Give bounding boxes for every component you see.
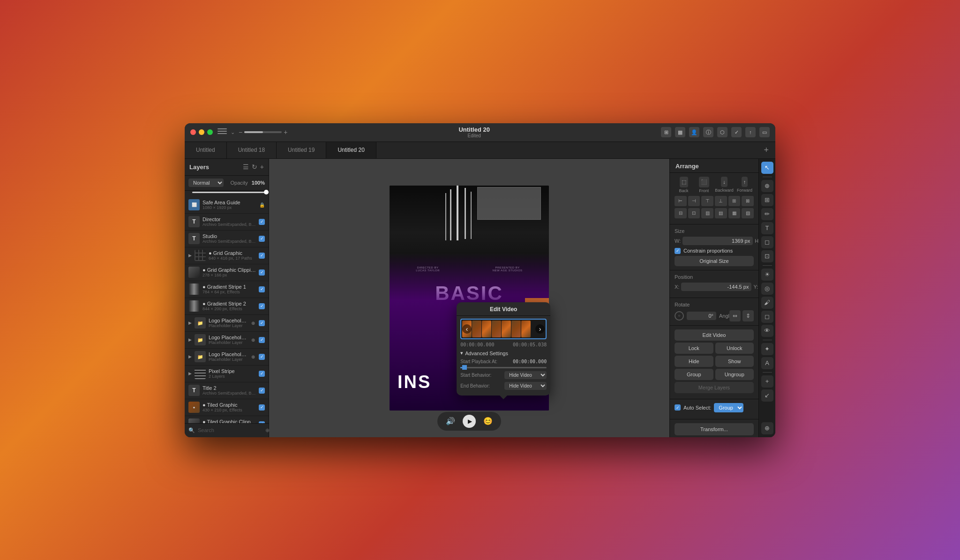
zoom-plus[interactable]: + — [284, 128, 287, 136]
space-v[interactable]: ▤ — [715, 208, 727, 218]
layer-visibility[interactable]: ✓ — [259, 303, 265, 309]
start-behavior-select[interactable]: Hide Video — [504, 371, 547, 379]
checkmark-tool[interactable]: ✓ — [731, 127, 742, 137]
space-h[interactable]: ▥ — [701, 208, 713, 218]
text-tool[interactable]: T — [761, 222, 773, 234]
image-tool[interactable]: ⊡ — [761, 250, 773, 262]
effects-tool[interactable]: ✦ — [761, 343, 773, 355]
align-right[interactable]: ⊤ — [701, 196, 713, 206]
fit-v[interactable]: ▧ — [742, 208, 754, 218]
play-button[interactable]: ▶ — [463, 415, 476, 428]
advanced-title[interactable]: ▾ Advanced Settings — [460, 350, 547, 356]
layer-visibility[interactable]: ✓ — [259, 219, 265, 225]
layer-visibility[interactable]: ✓ — [259, 236, 265, 242]
layer-item[interactable]: ● Grid Graphic Clipping... 278 × 166 px … — [185, 264, 269, 281]
zoom-in-tool[interactable]: + — [761, 375, 773, 388]
layer-item[interactable]: ● Gradient Stripe 1 784 × 64 px, Effects… — [185, 281, 269, 298]
crop-tool[interactable]: ⊞ — [761, 194, 773, 206]
brush-tool[interactable]: 🖌 — [761, 297, 773, 309]
flip-h-button[interactable]: ⇔ — [729, 310, 741, 321]
brightness-tool[interactable]: ☀ — [761, 269, 773, 281]
layer-item[interactable]: T Studio Archivo SemiExpanded, Bold,... … — [185, 231, 269, 247]
search-input[interactable] — [198, 427, 262, 433]
lock-button[interactable]: Lock — [675, 343, 713, 354]
rotate-dial[interactable]: ○ — [675, 311, 684, 321]
more-tool[interactable]: ⊕ — [761, 422, 773, 434]
backward-button[interactable]: ↓ — [721, 177, 728, 187]
volume-icon[interactable]: 🔊 — [446, 417, 455, 426]
hide-button[interactable]: Hide — [675, 356, 713, 367]
tab-untitled19[interactable]: Untitled 19 — [277, 142, 326, 158]
minimize-button[interactable] — [199, 129, 204, 135]
align-center-h[interactable]: ⊣ — [688, 196, 700, 206]
angle-input[interactable] — [687, 312, 716, 320]
distribute-h[interactable]: ⊟ — [675, 208, 687, 218]
info-tool[interactable]: ⓘ — [703, 127, 713, 137]
flip-v-button[interactable]: ⇕ — [742, 310, 754, 321]
group-arrow[interactable]: ▶ — [188, 321, 192, 325]
add-icon[interactable]: ⊕ — [251, 337, 255, 343]
layer-visibility[interactable]: ✓ — [259, 354, 265, 360]
edit-video-button[interactable]: Edit Video — [675, 329, 754, 341]
pen-tool[interactable]: ✏ — [761, 208, 773, 220]
zoom-tool[interactable]: ⊕ — [761, 180, 773, 192]
align-top[interactable]: ⊥ — [715, 196, 727, 206]
layer-visibility[interactable]: ✓ — [259, 404, 265, 411]
emoji-icon[interactable]: 😊 — [483, 417, 493, 426]
add-icon[interactable]: ⊕ — [251, 354, 255, 359]
video-prev[interactable]: ‹ — [462, 324, 472, 334]
layer-visibility[interactable]: ✓ — [259, 337, 265, 343]
group-button[interactable]: Group — [675, 369, 713, 380]
merge-layers-button[interactable]: Merge Layers — [675, 382, 754, 393]
show-button[interactable]: Show — [715, 356, 754, 367]
view-dropdown[interactable]: ⌄ — [231, 129, 235, 135]
panel-tool[interactable]: ▭ — [759, 127, 770, 137]
share-tool[interactable]: ↑ — [745, 127, 756, 137]
layer-visibility[interactable]: ✓ — [259, 253, 265, 259]
forward-button[interactable]: ↑ — [742, 177, 748, 187]
layer-visibility[interactable]: ✓ — [259, 320, 265, 326]
layer-visibility[interactable]: ✓ — [259, 269, 265, 276]
tab-untitled18[interactable]: Untitled 18 — [227, 142, 277, 158]
video-strip[interactable]: ‹ › — [460, 319, 547, 339]
maximize-button[interactable] — [207, 129, 213, 135]
layer-item[interactable]: ▶ 📁 Logo Placeholder 3... Placeholder La… — [185, 349, 269, 366]
layer-item[interactable]: ● Tiled Graphic Clippin... 254 × 194 px … — [185, 416, 269, 423]
group-arrow[interactable]: ▶ — [188, 371, 192, 376]
back-button[interactable]: ⬚ — [680, 177, 688, 187]
layer-item[interactable]: ● Gradient Stripe 2 844 × 200 px, Effect… — [185, 298, 269, 315]
link-tool[interactable]: ⬡ — [717, 127, 728, 137]
video-next[interactable]: › — [535, 324, 545, 334]
layer-item[interactable]: ⬜ Safe Area Guide 1080 × 1920 px 🔒 — [185, 197, 269, 214]
opacity-slider-thumb[interactable] — [264, 190, 269, 194]
color-tool[interactable]: ◎ — [761, 283, 773, 295]
front-button[interactable]: ⬛ — [699, 177, 709, 187]
playback-thumb[interactable] — [462, 365, 467, 370]
layer-visibility[interactable]: ✓ — [259, 371, 265, 377]
align-bottom[interactable]: ⊠ — [742, 196, 754, 206]
text2-tool[interactable]: A — [761, 357, 773, 369]
layers-refresh-icon[interactable]: ↻ — [252, 163, 257, 171]
group-arrow[interactable]: ▶ — [188, 354, 192, 359]
layers-add-icon[interactable]: + — [260, 163, 264, 171]
zoom-out-tool[interactable]: ↙ — [761, 389, 773, 402]
unlock-button[interactable]: Unlock — [715, 343, 754, 354]
tab-untitled20[interactable]: Untitled 20 — [326, 142, 376, 158]
align-left[interactable]: ⊢ — [675, 196, 687, 206]
eraser-tool[interactable]: ◻ — [761, 311, 773, 323]
auto-select-checkbox[interactable]: ✓ — [675, 404, 681, 411]
layer-item[interactable]: ▶ 📁 Logo Placeholder 1... Placeholder La… — [185, 315, 269, 332]
zoom-minus[interactable]: − — [239, 128, 242, 136]
layer-item[interactable]: T Director Archivo SemiExpanded, Bold,..… — [185, 214, 269, 231]
zoom-slider[interactable] — [244, 131, 282, 133]
layer-item[interactable]: ▶ Pixel Stripe 2 Layers ✓ — [185, 366, 269, 382]
layer-item[interactable]: ▶ 📁 Logo Placeholder 2... Placeholder La… — [185, 332, 269, 349]
shape-tool[interactable]: ◻ — [761, 236, 773, 248]
ungroup-button[interactable]: Ungroup — [715, 369, 754, 380]
layers-tool[interactable]: ⊞ — [661, 127, 671, 137]
layer-visibility[interactable]: ✓ — [259, 286, 265, 292]
eye-tool[interactable]: 👁 — [761, 325, 773, 337]
canvas[interactable]: DIRECTED BYLUCAS TAYLOR PRESENTED BYNEW … — [390, 186, 549, 411]
width-input[interactable] — [682, 237, 753, 245]
sidebar-toggle[interactable] — [218, 128, 227, 136]
